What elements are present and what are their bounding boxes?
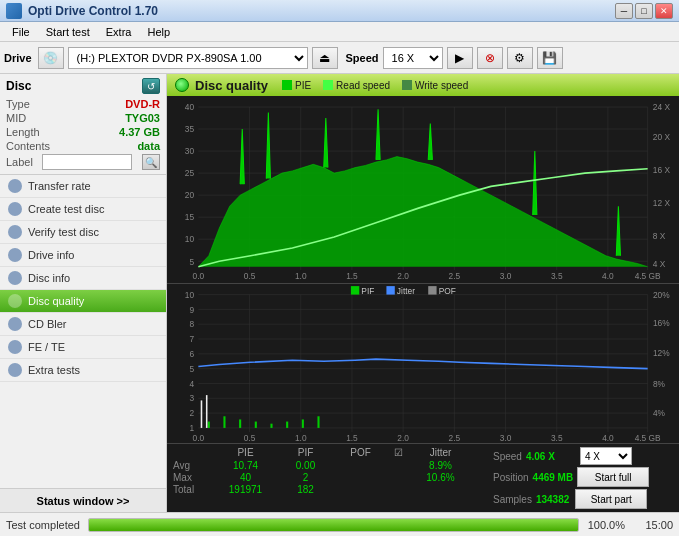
sidebar-item-drive-info[interactable]: Drive info: [0, 244, 166, 267]
content-area: Disc quality PIE Read speed Write speed: [167, 74, 679, 512]
status-window-button[interactable]: Status window >>: [0, 488, 166, 512]
start-part-button[interactable]: Start part: [575, 489, 647, 509]
legend-read-speed-dot: [323, 80, 333, 90]
sidebar-item-disc-quality[interactable]: Disc quality: [0, 290, 166, 313]
speed-test-select[interactable]: 4 X: [580, 447, 632, 465]
close-button[interactable]: ✕: [655, 3, 673, 19]
sidebar-item-extra-tests[interactable]: Extra tests: [0, 359, 166, 382]
svg-text:2: 2: [190, 408, 195, 418]
legend-pie-dot: [282, 80, 292, 90]
label-search-button[interactable]: 🔍: [142, 154, 160, 170]
svg-text:20%: 20%: [653, 290, 670, 300]
drive-info-icon: [8, 248, 22, 262]
stat-header-pif: PIF: [278, 447, 333, 458]
stat-header-jitter: Jitter: [408, 447, 473, 458]
stats-table: PIE PIF POF ☑ Jitter Avg 10.74 0.00 8.9%: [173, 447, 493, 495]
verify-test-disc-icon: [8, 225, 22, 239]
menu-start-test[interactable]: Start test: [38, 24, 98, 40]
stat-row-max-pif: 2: [278, 472, 333, 483]
position-value: 4469 MB: [533, 472, 574, 483]
svg-text:3.5: 3.5: [551, 271, 563, 281]
stats-right-panel: Speed 4.06 X 4 X Position 4469 MB Start …: [493, 447, 673, 509]
menu-help[interactable]: Help: [139, 24, 178, 40]
sidebar-item-disc-info[interactable]: Disc info: [0, 267, 166, 290]
contents-value: data: [137, 140, 160, 152]
stat-row-max-label: Max: [173, 472, 213, 483]
svg-text:5: 5: [190, 256, 195, 266]
length-value: 4.37 GB: [119, 126, 160, 138]
length-label: Length: [6, 126, 40, 138]
label-input[interactable]: [42, 154, 132, 170]
svg-text:3.0: 3.0: [500, 271, 512, 281]
svg-rect-99: [386, 286, 394, 294]
settings-button[interactable]: ⚙: [507, 47, 533, 69]
fe-te-icon: [8, 340, 22, 354]
stat-row-avg-pif: 0.00: [278, 460, 333, 471]
disc-label-key: Label: [6, 156, 33, 168]
chart-header: Disc quality PIE Read speed Write speed: [167, 74, 679, 96]
sidebar-label-disc-info: Disc info: [28, 272, 70, 284]
svg-text:1.5: 1.5: [346, 271, 358, 281]
go-button[interactable]: ▶: [447, 47, 473, 69]
stat-row-total-label: Total: [173, 484, 213, 495]
save-button[interactable]: 💾: [537, 47, 563, 69]
drive-icon-btn[interactable]: 💿: [38, 47, 64, 69]
svg-text:15: 15: [185, 212, 195, 222]
top-chart-svg: 40 35 30 25 20 15 10 5 24 X 20 X 16 X 12…: [167, 96, 679, 283]
sidebar-label-create-test-disc: Create test disc: [28, 203, 104, 215]
sidebar-item-cd-bler[interactable]: CD Bler: [0, 313, 166, 336]
disc-quality-icon: [8, 294, 22, 308]
svg-text:POF: POF: [439, 286, 456, 296]
stat-row-total-pof: [333, 484, 388, 495]
sidebar-item-fe-te[interactable]: FE / TE: [0, 336, 166, 359]
svg-text:8 X: 8 X: [653, 231, 666, 241]
svg-text:2.0: 2.0: [397, 433, 409, 443]
svg-text:3: 3: [190, 394, 195, 404]
stat-row-max-jitter: 10.6%: [408, 472, 473, 483]
svg-text:16 X: 16 X: [653, 165, 670, 175]
svg-text:20 X: 20 X: [653, 132, 670, 142]
svg-text:16%: 16%: [653, 319, 670, 329]
legend-write-speed-label: Write speed: [415, 80, 468, 91]
progress-bar-container: [88, 518, 579, 532]
menu-file[interactable]: File: [4, 24, 38, 40]
samples-value: 134382: [536, 494, 569, 505]
speed-select[interactable]: 16 X: [383, 47, 443, 69]
sidebar-label-fe-te: FE / TE: [28, 341, 65, 353]
svg-text:1.0: 1.0: [295, 271, 307, 281]
svg-text:0.5: 0.5: [244, 433, 256, 443]
sidebar-item-verify-test-disc[interactable]: Verify test disc: [0, 221, 166, 244]
stat-header-blank: [173, 447, 213, 458]
erase-button[interactable]: ⊗: [477, 47, 503, 69]
disc-refresh-button[interactable]: ↺: [142, 78, 160, 94]
disc-info-icon: [8, 271, 22, 285]
progress-bar-fill: [89, 519, 578, 531]
eject-button[interactable]: ⏏: [312, 47, 338, 69]
sidebar-label-cd-bler: CD Bler: [28, 318, 67, 330]
chart-title: Disc quality: [195, 78, 268, 93]
svg-text:0.5: 0.5: [244, 271, 256, 281]
sidebar-item-transfer-rate[interactable]: Transfer rate: [0, 175, 166, 198]
stat-header-check: ☑: [388, 447, 408, 458]
svg-text:3.5: 3.5: [551, 433, 563, 443]
sidebar-item-create-test-disc[interactable]: Create test disc: [0, 198, 166, 221]
legend-read-speed-label: Read speed: [336, 80, 390, 91]
menu-extra[interactable]: Extra: [98, 24, 140, 40]
svg-text:12%: 12%: [653, 348, 670, 358]
sidebar-label-transfer-rate: Transfer rate: [28, 180, 91, 192]
speed-label: Speed: [346, 52, 379, 64]
chart-bottom: 10 9 8 7 6 5 4 3 2 1 20% 16% 12% 8% 4%: [167, 284, 679, 443]
type-value: DVD-R: [125, 98, 160, 110]
start-full-button[interactable]: Start full: [577, 467, 649, 487]
sidebar-label-drive-info: Drive info: [28, 249, 74, 261]
stat-row-avg-pie: 10.74: [213, 460, 278, 471]
stat-row-max-pie: 40: [213, 472, 278, 483]
stat-row-avg-label: Avg: [173, 460, 213, 471]
bottom-chart-svg: 10 9 8 7 6 5 4 3 2 1 20% 16% 12% 8% 4%: [167, 284, 679, 443]
drive-select[interactable]: (H:) PLEXTOR DVDR PX-890SA 1.00: [68, 47, 308, 69]
restore-button[interactable]: □: [635, 3, 653, 19]
contents-label: Contents: [6, 140, 50, 152]
toolbar: Drive 💿 (H:) PLEXTOR DVDR PX-890SA 1.00 …: [0, 42, 679, 74]
svg-text:24 X: 24 X: [653, 102, 670, 112]
minimize-button[interactable]: ─: [615, 3, 633, 19]
